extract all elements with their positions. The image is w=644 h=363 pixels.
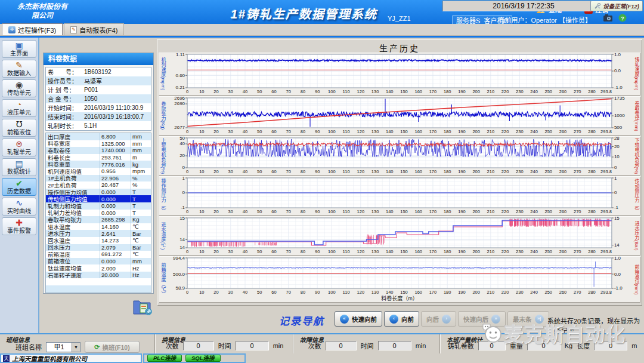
svg-text:220: 220: [501, 89, 509, 94]
svg-text:240: 240: [530, 209, 538, 214]
svg-text:160: 160: [414, 249, 422, 254]
svg-text:10: 10: [199, 290, 204, 295]
vendor-company-name: 上海天重重型机器有限公司: [12, 354, 87, 363]
nav-button-fast-forward[interactable]: «快速向前: [335, 311, 382, 327]
measure-unit: mm: [131, 140, 151, 147]
sidebar-item-main-screen[interactable]: ▣主界面: [2, 40, 36, 58]
sidebar-item-data-input[interactable]: ✎数据输入: [2, 60, 36, 78]
svg-text:70: 70: [286, 169, 291, 174]
svg-text:210: 210: [487, 290, 495, 295]
measure-unit: T: [131, 202, 151, 209]
svg-text:260: 260: [559, 89, 567, 94]
svg-text:0: 0: [186, 129, 188, 134]
help-icon[interactable]: ?: [618, 14, 628, 22]
field-suffix: Kg: [565, 342, 572, 349]
svg-text:90: 90: [315, 290, 320, 295]
svg-text:280: 280: [588, 290, 596, 295]
nav-button-forward[interactable]: ‹向前: [384, 311, 419, 327]
sidebar-item-roll-unit[interactable]: ⊜轧辊单元: [2, 139, 36, 156]
sql-connect-button[interactable]: SQL连接: [185, 355, 221, 362]
svg-text:40: 40: [243, 129, 247, 134]
measure-value: 0.000: [100, 189, 131, 196]
tab-label: 自动报表(F4): [79, 25, 117, 35]
svg-text:140: 140: [386, 209, 394, 214]
shift-change-button[interactable]: ⟳换班(F10): [85, 341, 140, 353]
sidebar: ▣主界面✎数据输入◉传动单元◔液压单元℧前箱液位⊜轧辊单元▤数据统计✔历史数据∿…: [0, 38, 39, 333]
field-input[interactable]: 0: [326, 341, 357, 350]
svg-text:20: 20: [614, 144, 620, 149]
charts-title: 生产历史: [157, 39, 642, 54]
sidebar-item-data-statistics[interactable]: ▤数据统计: [2, 158, 36, 176]
charts-stack: 机列速度(mpm)1.110.600.211.00.0-1.0010203040…: [159, 53, 640, 303]
camera-icon[interactable]: [603, 14, 613, 22]
field-input[interactable]: 0: [594, 341, 627, 350]
sidebar-item-event-alarm[interactable]: ✚事件报警: [2, 217, 36, 235]
nav-button-backward: 向后›: [421, 311, 456, 327]
record-navigation-buttons: «快速向前‹向前向后›快速向后»最末条»|: [335, 311, 549, 327]
shift-select[interactable]: 甲1▼: [46, 342, 80, 352]
sidebar-item-realtime-curve[interactable]: ∿实时曲线: [2, 198, 36, 216]
coil-data-panel: 料卷数据 卷 号：1B603192操作员号：马坚军计 划 号：P001合 金 号…: [43, 53, 154, 294]
svg-text:994.4: 994.4: [173, 256, 185, 260]
svg-text:30: 30: [228, 169, 233, 174]
svg-text:500.0: 500.0: [173, 272, 185, 277]
svg-text:30: 30: [228, 89, 233, 94]
svg-text:270: 270: [574, 290, 581, 295]
sidebar-item-hydraulic-unit[interactable]: ◔液压单元: [2, 99, 36, 117]
svg-text:270: 270: [574, 129, 581, 134]
svg-text:160: 160: [414, 129, 422, 134]
info-value: 1B603192: [84, 69, 151, 75]
measure-value: 293.761: [100, 154, 131, 161]
coil-measure-row-empty: [46, 278, 151, 285]
field-suffix: min: [416, 342, 426, 349]
plc-connect-button[interactable]: PLC连接: [147, 355, 182, 362]
svg-text:170: 170: [429, 169, 437, 174]
measure-unit: mpm: [131, 168, 151, 174]
svg-text:0: 0: [182, 165, 185, 171]
svg-text:120: 120: [357, 89, 365, 94]
export-folder-icon[interactable]: [132, 296, 154, 316]
measure-value: 0.000: [100, 195, 131, 202]
sidebar-item-history-data[interactable]: ✔历史数据: [2, 178, 36, 196]
svg-text:140: 140: [386, 290, 394, 295]
svg-text:90: 90: [315, 209, 320, 214]
svg-text:0: 0: [186, 290, 188, 295]
svg-text:190: 190: [458, 290, 466, 295]
coil-measure-row[interactable]: 石墨转子速度20.000Hz: [46, 272, 151, 279]
info-label: 轧制时长：: [46, 121, 84, 130]
footer-group-fields: 次数0时间0min: [156, 341, 293, 350]
shift-select-value: 甲1: [47, 343, 72, 352]
sidebar-item-drive-unit[interactable]: ◉传动单元: [2, 79, 36, 97]
tab-process-operation[interactable]: ✛过程操作(F3): [2, 23, 63, 35]
measure-value: 0.000: [100, 210, 131, 217]
svg-text:270: 270: [574, 89, 581, 94]
chart-1-right-axis-label: 卷取卷径(mm): [632, 96, 640, 136]
svg-text:0: 0: [186, 249, 188, 254]
field-input[interactable]: 0: [378, 341, 411, 350]
chart-2-right-axis-label: 下辊电机负荷(%): [632, 136, 640, 176]
sidebar-item-headbox-level[interactable]: ℧前箱液位: [2, 119, 36, 137]
svg-text:220: 220: [501, 249, 509, 254]
field-input[interactable]: 0: [236, 341, 269, 350]
chart-5-right-axis-label: 前箱液位(mm): [632, 256, 640, 303]
svg-text:40: 40: [243, 89, 247, 94]
device-status-button[interactable]: 设备正常(F12): [590, 1, 643, 11]
sidebar-item-label: 历史数据: [7, 189, 31, 195]
measure-unit: mm: [131, 133, 151, 140]
shift-name-label: 班组名称: [16, 342, 42, 352]
footer-group-fields: 次数0时间0min: [294, 341, 440, 350]
wrench-icon: [594, 2, 601, 10]
field-input[interactable]: 0: [527, 341, 561, 350]
field-input[interactable]: 0: [183, 341, 214, 350]
svg-text:230: 230: [516, 290, 524, 295]
tab-auto-report[interactable]: ✎自动报表(F4): [64, 23, 124, 35]
svg-text:70: 70: [286, 89, 291, 94]
main-screen-icon: ▣: [15, 41, 23, 50]
coil-info-row: 开始时间：2016/03/19 11:10:30.9: [46, 103, 151, 112]
sidebar-item-label: 事件报警: [7, 228, 31, 234]
svg-text:200: 200: [472, 129, 480, 134]
field-input[interactable]: 0: [478, 341, 506, 350]
info-label: 操作员号：: [46, 76, 84, 85]
measure-value: 0.956: [100, 168, 131, 175]
measure-value: 0.000: [100, 258, 131, 265]
